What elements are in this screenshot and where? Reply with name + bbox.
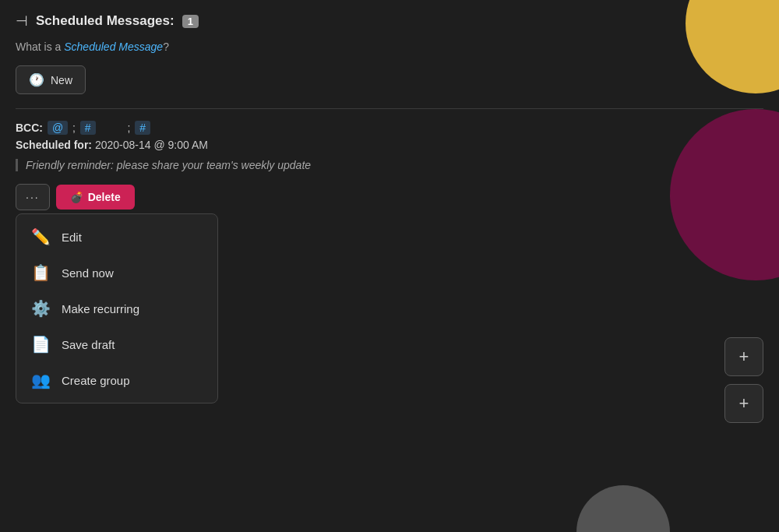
create-group-icon: 👥 xyxy=(30,371,51,389)
divider-1 xyxy=(16,108,763,109)
edit-icon: ✏️ xyxy=(30,227,51,246)
scheduled-messages-icon: ⊣ xyxy=(16,12,28,30)
action-buttons: ··· 💣 Delete xyxy=(16,184,763,210)
menu-item-send-now-label: Send now xyxy=(62,266,114,280)
more-options-button[interactable]: ··· xyxy=(16,184,50,210)
subtitle-before: What is a xyxy=(16,41,64,53)
page-header: ⊣ Scheduled Messages: 1 xyxy=(16,12,763,30)
plus-button-1[interactable]: + xyxy=(724,337,763,376)
bcc-label: BCC: xyxy=(16,122,43,134)
delete-label: Delete xyxy=(88,191,121,203)
delete-button[interactable]: 💣 Delete xyxy=(56,185,135,210)
content-area: ⊣ Scheduled Messages: 1 What is a Schedu… xyxy=(0,0,779,416)
plus-button-2[interactable]: + xyxy=(724,384,763,423)
menu-item-create-group[interactable]: 👥 Create group xyxy=(16,362,217,398)
plus-buttons-container: + + xyxy=(724,337,763,423)
recurring-icon: ⚙️ xyxy=(30,299,51,318)
menu-item-recurring-label: Make recurring xyxy=(62,302,139,315)
message-count-badge: 1 xyxy=(182,15,199,28)
subtitle-text: What is a Scheduled Message? xyxy=(16,41,763,53)
menu-item-make-recurring[interactable]: ⚙️ Make recurring xyxy=(16,291,217,326)
menu-item-save-draft[interactable]: 📄 Save draft xyxy=(16,326,217,362)
new-button-label: New xyxy=(51,74,72,86)
scheduled-label: Scheduled for: xyxy=(16,139,92,151)
decorative-circle-bottom xyxy=(576,485,670,532)
dropdown-menu: ✏️ Edit 📋 Send now ⚙️ Make recurring 📄 S… xyxy=(16,213,218,403)
main-container: ⊣ Scheduled Messages: 1 What is a Schedu… xyxy=(0,0,779,532)
bcc-at-tag: @ xyxy=(48,121,68,135)
subtitle-after: ? xyxy=(163,41,169,53)
scheduled-message-link[interactable]: Scheduled Message xyxy=(64,41,163,53)
menu-item-edit[interactable]: ✏️ Edit xyxy=(16,219,217,255)
message-card: BCC: @ ; # ; # Scheduled for: 2020-08-14… xyxy=(16,122,763,171)
menu-item-send-now[interactable]: 📋 Send now xyxy=(16,255,217,291)
bcc-hash2-tag: # xyxy=(135,121,150,135)
save-draft-icon: 📄 xyxy=(30,335,51,354)
menu-item-save-draft-label: Save draft xyxy=(62,338,115,351)
bcc-line: BCC: @ ; # ; # xyxy=(16,122,763,134)
menu-item-edit-label: Edit xyxy=(62,231,82,244)
message-body: Friendly reminder: please share your tea… xyxy=(16,159,763,171)
send-now-icon: 📋 xyxy=(30,263,51,282)
new-button[interactable]: 🕐 New xyxy=(16,65,86,94)
delete-icon: 💣 xyxy=(70,191,83,203)
clock-icon: 🕐 xyxy=(29,72,44,87)
page-title: Scheduled Messages: xyxy=(36,13,174,29)
scheduled-value: 2020-08-14 @ 9:00 AM xyxy=(95,139,208,151)
bcc-hash1-tag: # xyxy=(80,121,96,135)
scheduled-line: Scheduled for: 2020-08-14 @ 9:00 AM xyxy=(16,139,763,151)
menu-item-create-group-label: Create group xyxy=(62,374,130,387)
